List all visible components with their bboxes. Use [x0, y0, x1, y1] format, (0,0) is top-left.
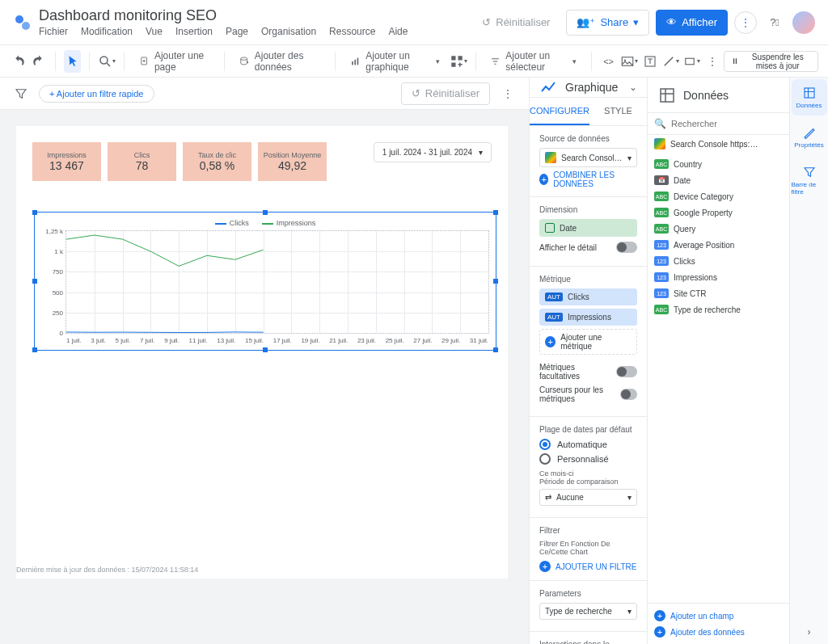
rail-filtre[interactable]: Barre de filtre	[792, 158, 827, 202]
menu-bar: Fichier Modification Vue Insertion Page …	[39, 26, 472, 37]
field-search[interactable]: 🔍	[648, 113, 789, 135]
caret-down-icon: ▾	[627, 154, 632, 162]
add-chart-button[interactable]: Ajouter un graphique▾	[344, 50, 446, 73]
compare-select[interactable]: ⇄Aucune▾	[539, 489, 637, 506]
avatar[interactable]	[792, 11, 815, 34]
optional-metrics-toggle[interactable]	[616, 366, 637, 377]
search-icon: 🔍	[654, 118, 666, 129]
shape-button[interactable]: ▾	[682, 50, 700, 73]
add-selector-button[interactable]: Ajouter un sélecteur▾	[484, 50, 583, 73]
suspend-updates-button[interactable]: ⏸Suspendre les mises à jour	[724, 51, 818, 72]
chart-type-icon[interactable]	[539, 78, 559, 97]
selection-tool[interactable]	[64, 50, 81, 73]
menu-vue[interactable]: Vue	[146, 26, 163, 37]
rail-expand-icon[interactable]: ›	[801, 620, 817, 644]
add-quick-filter-button[interactable]: + Ajouter un filtre rapide	[39, 85, 154, 103]
filter-reinit-button[interactable]: ↺Réinitialiser	[401, 82, 490, 105]
more-options-button[interactable]: ⋮	[734, 11, 757, 34]
show-detail-toggle[interactable]	[616, 242, 637, 253]
datasource-chip[interactable]: Search Console https://transfonumerique.…	[539, 148, 637, 167]
field-item[interactable]: 123Average Position	[648, 237, 789, 253]
rail-donnees[interactable]: Données	[792, 79, 827, 116]
menu-aide[interactable]: Aide	[388, 26, 408, 37]
add-filter-link[interactable]: +AJOUTER UN FILTRE	[539, 561, 636, 572]
field-item[interactable]: ABCQuery	[648, 221, 789, 237]
text-button[interactable]	[641, 50, 658, 73]
arrows-icon: ⇄	[545, 493, 551, 502]
radio-auto[interactable]: Automatique	[539, 439, 637, 450]
radio-custom[interactable]: Personnalisé	[539, 453, 637, 465]
search-input[interactable]	[671, 119, 783, 128]
metric-sliders-toggle[interactable]	[620, 389, 637, 400]
show-detail-label: Afficher le détail	[539, 243, 597, 252]
metric-chip-clicks[interactable]: AUTClicks	[539, 288, 637, 305]
parameter-select[interactable]: Type de recherche▾	[539, 603, 637, 620]
dimension-label: Dimension	[539, 205, 637, 214]
line-button[interactable]: ▾	[661, 50, 679, 73]
field-item[interactable]: 123Clicks	[648, 253, 789, 269]
svg-rect-14	[686, 58, 695, 65]
menu-page[interactable]: Page	[226, 26, 248, 37]
afficher-button[interactable]: 👁Afficher	[656, 10, 728, 36]
page-title[interactable]: Dashboard monitoring SEO	[39, 7, 472, 24]
filter-sublabel: Filtrer En Fonction De Ce/Cette Chart	[539, 540, 637, 556]
add-data-link[interactable]: +Ajouter des données	[654, 626, 745, 638]
field-item[interactable]: ABCType de recherche	[648, 301, 789, 318]
abc-type-icon: ABC	[654, 224, 669, 234]
rail-proprietes[interactable]: Propriétés	[792, 119, 827, 155]
svg-rect-5	[352, 61, 353, 65]
looker-studio-logo	[13, 13, 32, 32]
add-field-link[interactable]: +Ajouter un champ	[654, 610, 733, 621]
add-metric-chip[interactable]: +Ajouter une métrique	[539, 329, 637, 355]
header: Dashboard monitoring SEO Fichier Modific…	[0, 0, 828, 45]
image-button[interactable]: ▾	[620, 50, 638, 73]
field-item[interactable]: ABCGoogle Property	[648, 204, 789, 221]
menu-fichier[interactable]: Fichier	[39, 26, 68, 37]
data-source-item[interactable]: Search Console https:…	[648, 135, 789, 153]
filter-icon[interactable]	[10, 82, 32, 105]
data-panel: Données 🔍 Search Console https:… ABCCoun…	[648, 78, 789, 644]
metric-chip-impressions[interactable]: AUTImpressions	[539, 309, 637, 326]
123-type-icon: 123	[654, 272, 669, 282]
tab-configurer[interactable]: CONFIGURER	[530, 98, 589, 125]
caret-down-icon: ▾	[479, 148, 483, 157]
field-item[interactable]: 123Impressions	[648, 269, 789, 285]
svg-rect-15	[661, 89, 674, 102]
date-range-control[interactable]: 1 juil. 2024 - 31 juil. 2024▾	[374, 142, 492, 162]
zoom-button[interactable]: ▾	[98, 50, 116, 73]
redo-button[interactable]	[30, 50, 47, 73]
menu-ressource[interactable]: Ressource	[329, 26, 375, 37]
field-item[interactable]: 📅Date	[648, 172, 789, 188]
report-page[interactable]: Impressions13 467 Clics78 Taux de clic0,…	[16, 126, 508, 579]
field-item[interactable]: ABCDevice Category	[648, 188, 789, 204]
add-data-button[interactable]: Ajouter des données	[232, 50, 327, 73]
svg-rect-7	[357, 57, 359, 65]
reinit-button[interactable]: ↺Réinitialiser	[472, 10, 560, 36]
help-icon[interactable]: ?⃝	[763, 11, 786, 34]
svg-point-0	[15, 15, 23, 23]
chevron-down-icon[interactable]: ⌄	[629, 82, 637, 93]
selected-chart[interactable]: Clicks Impressions 1,25 k 1 k 750 500 25…	[34, 212, 496, 351]
kpi-taux-clic[interactable]: Taux de clic0,58 %	[183, 142, 251, 181]
field-item[interactable]: ABCCountry	[648, 156, 789, 172]
more-tools-button[interactable]: ⋮	[703, 50, 720, 73]
caret-down-icon: ▾	[627, 493, 632, 502]
filter-more-button[interactable]: ⋮	[496, 82, 519, 105]
tab-style[interactable]: STYLE	[589, 98, 647, 125]
field-item[interactable]: 123Site CTR	[648, 285, 789, 301]
menu-insertion[interactable]: Insertion	[175, 26, 213, 37]
kpi-position-moyenne[interactable]: Position Moyenne49,92	[258, 142, 327, 181]
combine-data-link[interactable]: +COMBINER LES DONNÉES	[539, 170, 637, 188]
share-button[interactable]: 👥⁺Share▾	[566, 10, 649, 36]
kpi-clics[interactable]: Clics78	[108, 142, 176, 181]
embed-button[interactable]: <>	[600, 50, 617, 73]
kpi-impressions[interactable]: Impressions13 467	[32, 142, 101, 181]
add-page-button[interactable]: Ajouter une page	[133, 50, 216, 73]
community-viz-button[interactable]: ▾	[450, 50, 467, 73]
abc-type-icon: ABC	[654, 305, 669, 314]
undo-button[interactable]	[10, 50, 27, 73]
eye-icon: 👁	[666, 16, 677, 28]
dimension-chip-date[interactable]: Date	[539, 219, 637, 237]
menu-organisation[interactable]: Organisation	[261, 26, 316, 37]
menu-modification[interactable]: Modification	[81, 26, 133, 37]
